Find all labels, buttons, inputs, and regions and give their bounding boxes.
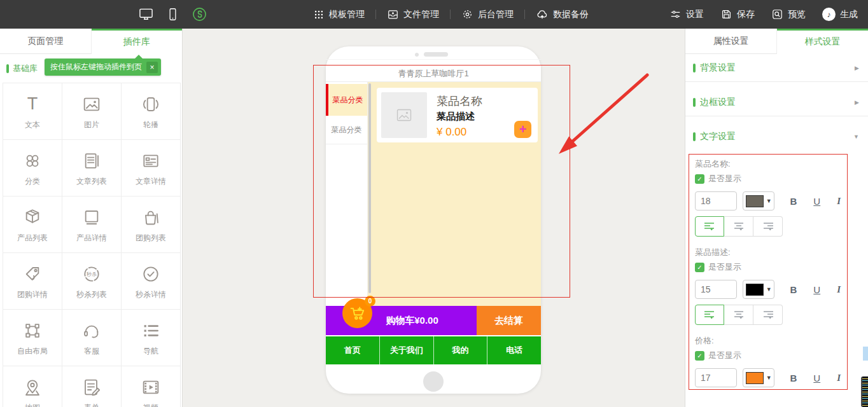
widget-product-detail[interactable]: 产品详情	[62, 197, 122, 253]
design-canvas[interactable]: 青青原上草咖啡厅1 菜品分类 菜品分类 菜品名称 菜品描述 ¥ 0.00 +	[183, 29, 685, 407]
widget-service[interactable]: 客服	[62, 310, 122, 366]
widget-groupbuy-list[interactable]: 团购列表	[122, 197, 181, 253]
bold-button[interactable]: B	[790, 196, 797, 207]
dish-card[interactable]: 菜品名称 菜品描述 ¥ 0.00 +	[377, 88, 538, 142]
italic-button[interactable]: I	[837, 373, 841, 383]
dish-description: 菜品描述	[437, 111, 475, 123]
topbar: 模板管理 文件管理 后台管理 数据备份	[0, 0, 868, 29]
widget-category[interactable]: 分类	[3, 140, 62, 197]
tab-widget-library[interactable]: 插件库	[92, 29, 183, 54]
menu-plugin-region[interactable]: 菜品分类 菜品分类 菜品名称 菜品描述 ¥ 0.00 +	[326, 82, 541, 306]
chevron-down-icon[interactable]: ▼	[853, 134, 859, 140]
action-label: 设置	[686, 9, 704, 20]
italic-button[interactable]: I	[837, 196, 841, 207]
category-item[interactable]: 菜品分类	[326, 116, 367, 144]
underline-button[interactable]: U	[813, 373, 820, 383]
nav-item-about[interactable]: 关于我们	[380, 336, 434, 364]
nav-item-home[interactable]: 首页	[326, 336, 380, 364]
bold-button[interactable]: B	[790, 373, 797, 383]
show-checkbox[interactable]: ✓	[695, 351, 704, 361]
cart-plus-icon	[349, 306, 366, 321]
color-dropdown[interactable]: ▼	[743, 368, 774, 387]
action-label: 预览	[788, 9, 806, 20]
widget-groupbuy-detail[interactable]: 团购详情	[3, 253, 62, 310]
widget-seckill-detail[interactable]: 秒杀详情	[122, 253, 181, 310]
monitor-icon[interactable]	[139, 7, 153, 22]
widget-product-list[interactable]: 产品列表	[3, 197, 62, 253]
check-icon: ✓	[697, 176, 702, 183]
widget-free-layout[interactable]: 自由布局	[3, 310, 62, 366]
left-panel-tabs: 页面管理 插件库	[0, 29, 182, 54]
section-background-settings[interactable]: 背景设置 ▶	[685, 54, 868, 82]
show-checkbox[interactable]: ✓	[695, 263, 704, 272]
align-right-button[interactable]	[753, 216, 783, 237]
close-icon[interactable]: ×	[146, 62, 158, 73]
chevron-right-icon[interactable]: ▶	[855, 99, 859, 106]
product-list-icon	[22, 206, 43, 229]
topbar-menu: 模板管理 文件管理 后台管理 数据备份	[313, 0, 589, 29]
underline-button[interactable]: U	[813, 284, 820, 295]
minimap-artifact[interactable]	[861, 376, 868, 407]
add-to-cart-button[interactable]: +	[514, 121, 531, 138]
color-dropdown[interactable]: ▼	[743, 191, 774, 210]
chevron-right-icon[interactable]: ▶	[855, 65, 859, 71]
italic-button[interactable]: I	[837, 284, 841, 295]
checkout-button[interactable]: 去结算	[477, 306, 541, 335]
underline-button[interactable]: U	[813, 196, 820, 207]
show-checkbox[interactable]: ✓	[695, 174, 704, 184]
align-left-button[interactable]	[695, 305, 724, 325]
font-size-input[interactable]	[695, 280, 737, 299]
phone-preview: 青青原上草咖啡厅1 菜品分类 菜品分类 菜品名称 菜品描述 ¥ 0.00 +	[326, 46, 541, 394]
menu-label: 文件管理	[403, 9, 439, 20]
align-left-button[interactable]	[695, 216, 724, 237]
generate-button[interactable]: ♪ 生成	[822, 8, 858, 21]
menu-template-manage[interactable]: 模板管理	[313, 9, 365, 20]
caret-down-icon: ▼	[766, 375, 772, 381]
smartphone-icon[interactable]	[166, 8, 179, 21]
align-right-button[interactable]	[753, 305, 783, 325]
style-settings-panel: 属性设置 样式设置 背景设置 ▶ 边框设置 ▶ 文字设置 ▼ 菜品名称: ✓ 是…	[685, 29, 868, 407]
widget-seckill-list[interactable]: 秒杀 秒杀列表	[62, 253, 122, 310]
menu-data-backup[interactable]: 数据备份	[536, 8, 589, 21]
widget-carousel[interactable]: 轮播	[122, 83, 181, 140]
widget-text[interactable]: T 文本	[3, 83, 62, 140]
link-icon[interactable]	[192, 7, 207, 22]
align-center-button[interactable]	[724, 216, 753, 237]
menu-label: 数据备份	[553, 9, 589, 20]
save-button[interactable]: 保存	[720, 8, 755, 20]
seckill-list-icon: 秒杀	[81, 263, 102, 286]
font-size-input[interactable]	[695, 191, 737, 210]
action-label: 保存	[737, 9, 755, 20]
tab-page-manage[interactable]: 页面管理	[0, 29, 92, 54]
font-size-input[interactable]	[695, 368, 737, 387]
widget-map[interactable]: 地图	[3, 366, 62, 407]
divider	[326, 59, 541, 60]
color-dropdown[interactable]: ▼	[743, 280, 774, 299]
groupbuy-detail-icon	[22, 263, 43, 286]
widget-form[interactable]: 表单	[62, 366, 122, 407]
app-builder-window: 模板管理 文件管理 后台管理 数据备份	[0, 0, 868, 407]
tab-style-settings[interactable]: 样式设置	[777, 29, 868, 54]
nav-item-phone[interactable]: 电话	[487, 336, 541, 364]
color-swatch	[746, 195, 764, 207]
tab-attribute-settings[interactable]: 属性设置	[685, 29, 777, 54]
section-text-settings[interactable]: 文字设置 ▼	[685, 123, 868, 151]
phone-camera-dot	[415, 53, 419, 57]
align-center-button[interactable]	[724, 305, 753, 325]
preview-button[interactable]: 预览	[771, 8, 806, 20]
color-swatch	[746, 284, 764, 296]
menu-scrollbar[interactable]	[368, 83, 371, 293]
menu-file-manage[interactable]: 文件管理	[387, 8, 439, 20]
sliders-icon	[669, 8, 682, 20]
widget-article-detail[interactable]: 文章详情	[122, 140, 181, 197]
section-border-settings[interactable]: 边框设置 ▶	[685, 88, 868, 116]
settings-button[interactable]: 设置	[669, 8, 704, 20]
bold-button[interactable]: B	[790, 284, 797, 295]
category-item-active[interactable]: 菜品分类	[326, 84, 367, 116]
widget-nav[interactable]: 导航	[122, 310, 181, 366]
widget-article-list[interactable]: 文章列表	[62, 140, 122, 197]
widget-image[interactable]: 图片	[62, 83, 122, 140]
nav-item-mine[interactable]: 我的	[434, 336, 488, 364]
menu-backend-manage[interactable]: 后台管理	[461, 8, 514, 20]
widget-video[interactable]: 视频	[122, 366, 181, 407]
